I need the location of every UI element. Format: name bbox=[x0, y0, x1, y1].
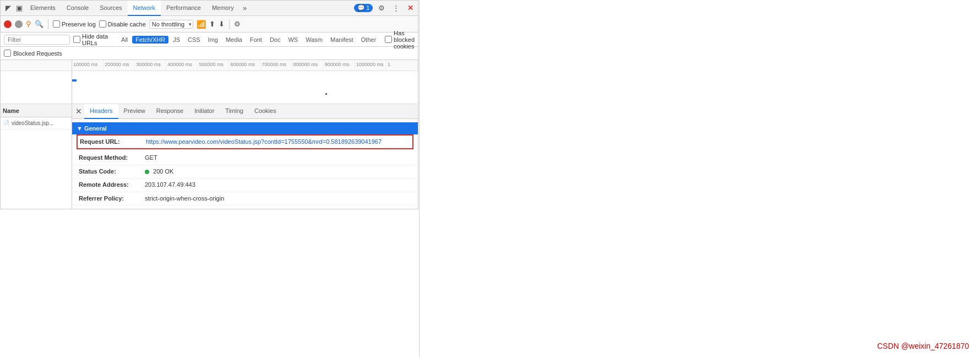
watermark: CSDN @weixin_47261870 bbox=[877, 342, 969, 350]
devtools-wrapper: ◤ ▣ Elements Console Sources Network bbox=[0, 0, 420, 357]
request-url-label: Request URL: bbox=[80, 138, 146, 146]
hide-data-urls-label[interactable]: Hide data URLs bbox=[73, 33, 110, 46]
status-code-label: Status Code: bbox=[79, 167, 145, 176]
devtools-device-icon[interactable]: ▣ bbox=[14, 3, 25, 14]
filter-wasm[interactable]: Wasm bbox=[302, 36, 326, 44]
record-button[interactable] bbox=[4, 20, 12, 28]
filter-input[interactable] bbox=[4, 35, 70, 45]
status-green-dot bbox=[145, 170, 149, 174]
waterfall-left bbox=[1, 71, 72, 104]
close-devtools-icon[interactable]: ✕ bbox=[405, 3, 416, 14]
toolbar-divider bbox=[48, 19, 48, 29]
file-icon: 📄 bbox=[3, 120, 9, 126]
stop-button[interactable] bbox=[15, 20, 23, 28]
detail-tab-cookies[interactable]: Cookies bbox=[249, 104, 282, 119]
request-row[interactable]: 📄 videoStatus.jsp... bbox=[1, 117, 72, 129]
tab-sources[interactable]: Sources bbox=[94, 1, 127, 16]
filter-font[interactable]: Font bbox=[247, 36, 265, 44]
devtools-select-icon[interactable]: ◤ bbox=[3, 3, 14, 14]
tab-performance[interactable]: Performance bbox=[161, 1, 206, 16]
content-area: CSDN @weixin_47261870 bbox=[420, 0, 980, 357]
more-tabs-icon[interactable]: » bbox=[239, 3, 251, 14]
filter-icon[interactable]: ⚲ bbox=[26, 20, 31, 28]
preserve-log-checkbox[interactable] bbox=[53, 20, 60, 28]
tab-bar-left: ◤ ▣ Elements Console Sources Network bbox=[3, 1, 251, 16]
detail-tab-initiator[interactable]: Initiator bbox=[189, 104, 220, 119]
tab-console[interactable]: Console bbox=[61, 1, 94, 16]
filter-media[interactable]: Media bbox=[222, 36, 246, 44]
timeline-waterfall bbox=[1, 71, 418, 104]
toolbar-divider2 bbox=[229, 19, 230, 29]
referrer-policy-field: Referrer Policy: strict-origin-when-cros… bbox=[72, 192, 418, 205]
timeline-header: 100000 ms 200000 ms 300000 ms 400000 ms … bbox=[1, 60, 418, 71]
detail-tab-headers[interactable]: Headers bbox=[84, 104, 118, 119]
devtools-panel: ◤ ▣ Elements Console Sources Network bbox=[0, 0, 418, 209]
throttle-select[interactable]: No throttlingSlow 3GFast 3GOffline bbox=[149, 20, 193, 29]
request-url-value: https://www.pearvideo.com/videoStatus.js… bbox=[146, 138, 382, 146]
filter-img[interactable]: Img bbox=[205, 36, 221, 44]
preserve-log-checkbox-label[interactable]: Preserve log bbox=[53, 20, 96, 28]
tab-bar: ◤ ▣ Elements Console Sources Network bbox=[1, 1, 418, 16]
tick-8: 900000 ms bbox=[324, 60, 355, 71]
request-list-header: Name bbox=[1, 104, 72, 117]
console-badge[interactable]: 💬 1 bbox=[354, 4, 373, 12]
tab-bar-icons: 💬 1 ⚙ ⋮ ✕ bbox=[354, 3, 416, 14]
tick-5: 600000 ms bbox=[229, 60, 260, 71]
request-method-field: Request Method: GET bbox=[72, 152, 418, 165]
download-icon[interactable]: ⬇ bbox=[219, 20, 225, 28]
remote-address-field: Remote Address: 203.107.47.49:443 bbox=[72, 178, 418, 192]
page-wrapper: ◤ ▣ Elements Console Sources Network bbox=[0, 0, 980, 357]
detail-close-button[interactable]: ✕ bbox=[73, 106, 84, 117]
blocked-requests-checkbox[interactable] bbox=[4, 50, 11, 57]
detail-tab-response[interactable]: Response bbox=[151, 104, 189, 119]
tab-network[interactable]: Network bbox=[128, 1, 161, 16]
remote-address-value: 203.107.47.49:443 bbox=[145, 181, 195, 189]
hide-data-urls-checkbox[interactable] bbox=[73, 36, 80, 43]
toolbar-gear-icon[interactable]: ⚙ bbox=[234, 20, 241, 28]
referrer-policy-label: Referrer Policy: bbox=[79, 194, 145, 203]
tick-10: 1 bbox=[386, 60, 418, 71]
timeline-ticks: 100000 ms 200000 ms 300000 ms 400000 ms … bbox=[72, 60, 418, 71]
filter-manifest[interactable]: Manifest bbox=[327, 36, 357, 44]
detail-tab-bar: ✕ Headers Preview Response Initiator bbox=[72, 104, 418, 119]
status-code-value: 200 OK bbox=[145, 167, 173, 176]
has-blocked-cookies-checkbox[interactable] bbox=[385, 36, 392, 43]
tab-memory[interactable]: Memory bbox=[206, 1, 239, 16]
split-area: Name 📄 videoStatus.jsp... ✕ Headers bbox=[1, 104, 418, 209]
referrer-policy-value: strict-origin-when-cross-origin bbox=[145, 194, 224, 203]
status-code-field: Status Code: 200 OK bbox=[72, 165, 418, 178]
detail-content: ▼ General Request URL: https://www.pearv… bbox=[72, 119, 418, 209]
request-list: Name 📄 videoStatus.jsp... bbox=[1, 104, 72, 209]
tick-3: 400000 ms bbox=[166, 60, 198, 71]
tab-elements[interactable]: Elements bbox=[25, 1, 61, 16]
detail-panel: ✕ Headers Preview Response Initiator bbox=[72, 104, 418, 209]
disable-cache-checkbox-label[interactable]: Disable cache bbox=[99, 20, 146, 28]
filter-js[interactable]: JS bbox=[170, 36, 183, 44]
request-url-field: Request URL: https://www.pearvideo.com/v… bbox=[78, 136, 412, 148]
filter-other[interactable]: Other bbox=[358, 36, 380, 44]
filter-all[interactable]: All bbox=[118, 36, 131, 44]
remote-address-label: Remote Address: bbox=[79, 181, 145, 189]
tick-1: 200000 ms bbox=[104, 60, 135, 71]
waterfall-bar bbox=[72, 79, 77, 82]
wifi-icon[interactable]: 📶 bbox=[197, 20, 206, 29]
timeline-name-col bbox=[1, 60, 72, 71]
detail-tab-preview[interactable]: Preview bbox=[118, 104, 151, 119]
tick-2: 300000 ms bbox=[135, 60, 166, 71]
menu-icon[interactable]: ⋮ bbox=[390, 3, 401, 14]
request-method-value: GET bbox=[145, 154, 157, 162]
upload-icon[interactable]: ⬆ bbox=[209, 20, 215, 28]
filter-ws[interactable]: WS bbox=[285, 36, 301, 44]
tick-6: 700000 ms bbox=[261, 60, 292, 71]
disable-cache-checkbox[interactable] bbox=[99, 20, 106, 28]
filter-doc[interactable]: Doc bbox=[266, 36, 284, 44]
filter-css[interactable]: CSS bbox=[184, 36, 204, 44]
settings-icon[interactable]: ⚙ bbox=[376, 3, 387, 14]
filter-fetch-xhr[interactable]: Fetch/XHR bbox=[132, 36, 168, 44]
throttle-wrapper: No throttlingSlow 3GFast 3GOffline ▾ bbox=[149, 20, 193, 29]
blocked-requests-row: Blocked Requests bbox=[1, 47, 418, 60]
search-icon[interactable]: 🔍 bbox=[35, 20, 43, 28]
detail-tab-timing[interactable]: Timing bbox=[220, 104, 249, 119]
tick-7: 800000 ms bbox=[292, 60, 324, 71]
general-section-header[interactable]: ▼ General bbox=[72, 122, 418, 134]
